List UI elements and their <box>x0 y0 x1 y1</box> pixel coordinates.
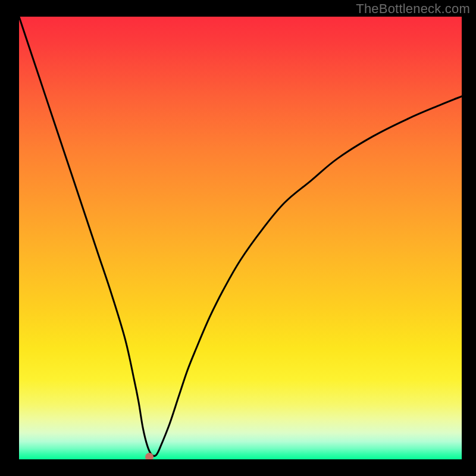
curve-svg <box>19 17 462 459</box>
bottleneck-curve <box>19 17 462 456</box>
minimum-marker <box>145 453 154 459</box>
watermark-text: TheBottleneck.com <box>356 1 470 17</box>
plot-area <box>19 17 462 459</box>
chart-frame: TheBottleneck.com <box>0 0 476 476</box>
